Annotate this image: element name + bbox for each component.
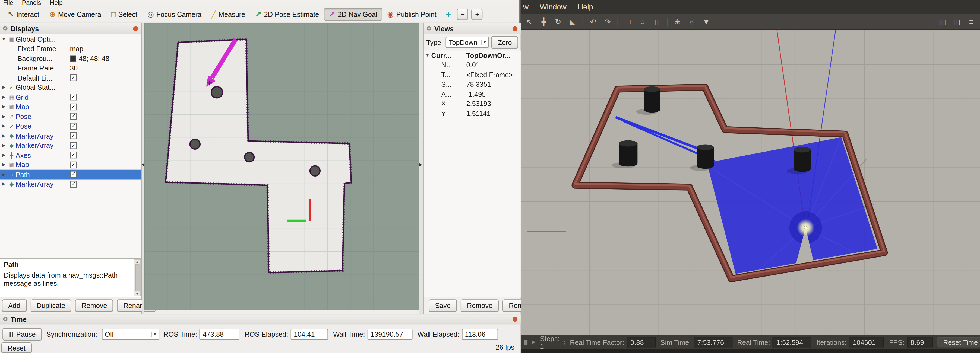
row-value[interactable]: 0.01 bbox=[466, 61, 480, 69]
displays-panel-header[interactable]: Displays bbox=[0, 23, 141, 34]
row-value[interactable]: 78.3351 bbox=[466, 81, 492, 88]
visibility-checkbox[interactable]: ✓ bbox=[70, 132, 77, 139]
expander-icon[interactable]: ▶ bbox=[0, 143, 8, 148]
display-row-pose-1[interactable]: ▶ ↗ Pose ✓ bbox=[0, 112, 141, 122]
plugins-icon[interactable]: ≡ bbox=[967, 16, 976, 27]
reset-time-button[interactable]: Reset Time bbox=[937, 337, 980, 347]
tool-2d-pose-estimate[interactable]: ↗ 2D Pose Estimate bbox=[250, 8, 324, 21]
expander-icon[interactable]: ▶ bbox=[0, 104, 8, 109]
visibility-checkbox[interactable]: ✓ bbox=[70, 94, 77, 101]
panel-close-icon[interactable] bbox=[512, 26, 517, 31]
row-value[interactable]: -1.495 bbox=[466, 90, 486, 98]
toolbar-separator[interactable] bbox=[617, 18, 618, 26]
sphere-icon[interactable]: ○ bbox=[638, 16, 647, 27]
wall-elapsed-field[interactable]: 113.06 bbox=[462, 328, 498, 339]
property-row-background-color[interactable]: Backgrou... ✓ 48; 48; 48 bbox=[0, 54, 141, 63]
display-row-global-status[interactable]: ▶ ✓ Global Stat... ✓ bbox=[0, 83, 141, 92]
views-row-target-frame[interactable]: T... <Fixed Frame> bbox=[424, 70, 521, 80]
expander-icon[interactable]: ▶ bbox=[0, 95, 8, 100]
expander-icon[interactable]: ▶ bbox=[0, 133, 8, 138]
remove-display-button[interactable]: Remove bbox=[75, 299, 113, 312]
view-type-combo[interactable]: TopDown ▾ bbox=[445, 37, 489, 48]
add-tool-icon[interactable]: + bbox=[443, 9, 454, 19]
tool-focus-camera[interactable]: ◎ Focus Camera bbox=[142, 8, 206, 21]
menu-help[interactable]: Help bbox=[578, 2, 593, 11]
views-row-y[interactable]: Y 1.51141 bbox=[424, 108, 521, 118]
spot-light-icon[interactable]: ▼ bbox=[702, 16, 710, 27]
rotate-mode-icon[interactable]: ↻ bbox=[554, 16, 563, 27]
display-row-path[interactable]: ▶ ≈ Path ✓ bbox=[0, 170, 141, 179]
expander-icon[interactable]: ▶ bbox=[0, 182, 8, 187]
menu-help[interactable]: Help bbox=[50, 0, 62, 6]
add-tool-button[interactable]: + bbox=[471, 9, 483, 20]
sync-combo[interactable]: Off ▾ bbox=[102, 328, 159, 339]
tool-interact[interactable]: ↖ Interact bbox=[2, 8, 44, 21]
scroll-up-icon[interactable]: ▲ bbox=[135, 260, 139, 264]
row-value[interactable]: TopDownOr... bbox=[466, 52, 511, 59]
undo-icon[interactable]: ↶ bbox=[589, 16, 598, 27]
row-value[interactable]: 48; 48; 48 bbox=[79, 55, 110, 62]
row-value[interactable]: map bbox=[70, 45, 83, 52]
views-row-x[interactable]: X 2.53193 bbox=[424, 99, 521, 109]
expander-icon[interactable]: ▶ bbox=[0, 153, 8, 158]
pause-icon[interactable] bbox=[525, 340, 528, 345]
property-row-frame-rate[interactable]: Frame Rate ✓ 30 bbox=[0, 63, 141, 73]
zero-button[interactable]: Zero bbox=[492, 36, 518, 49]
translate-mode-icon[interactable]: ╋ bbox=[539, 16, 548, 27]
menu-view-clipped[interactable]: w bbox=[523, 2, 528, 11]
display-row-marker-array-3[interactable]: ▶ ◆ MarkerArray ✓ bbox=[0, 179, 141, 189]
visibility-checkbox[interactable]: ✓ bbox=[70, 171, 77, 178]
display-row-grid[interactable]: ▶ ▦ Grid ✓ bbox=[0, 92, 141, 102]
views-row-angle[interactable]: A... -1.495 bbox=[424, 89, 521, 99]
pause-button[interactable]: Pause bbox=[2, 328, 42, 340]
property-row-default-light[interactable]: Default Li... ✓ bbox=[0, 73, 141, 83]
displays-splitter[interactable]: ◀ bbox=[142, 23, 145, 314]
scale-mode-icon[interactable]: ◣ bbox=[568, 16, 577, 27]
scroll-down-icon[interactable]: ▼ bbox=[135, 292, 139, 296]
display-row-axes[interactable]: ▶ ╋ Axes ✓ bbox=[0, 150, 141, 160]
display-row-global-options[interactable]: ▼ ▣ Global Opti... ✓ bbox=[0, 35, 141, 44]
views-panel-header[interactable]: Views bbox=[424, 23, 521, 34]
toolbar-separator[interactable] bbox=[582, 18, 583, 26]
visibility-checkbox[interactable]: ✓ bbox=[70, 152, 77, 158]
panel-close-icon[interactable] bbox=[512, 317, 517, 321]
scrollbar-thumb[interactable] bbox=[135, 264, 139, 291]
row-value[interactable]: 30 bbox=[70, 65, 78, 72]
panel-close-icon[interactable] bbox=[133, 26, 138, 31]
gazebo-viewport[interactable] bbox=[521, 30, 980, 335]
gazebo-3d-view[interactable] bbox=[521, 30, 980, 335]
point-light-icon[interactable]: ☼ bbox=[687, 16, 696, 27]
visibility-checkbox[interactable]: ✓ bbox=[70, 161, 77, 168]
display-row-marker-array-1[interactable]: ▶ ◆ MarkerArray ✓ bbox=[0, 131, 141, 141]
visibility-checkbox[interactable]: ✓ bbox=[70, 181, 77, 188]
color-swatch[interactable] bbox=[70, 55, 76, 62]
rviz-3d-view[interactable] bbox=[145, 23, 419, 310]
expander-icon[interactable]: ▶ bbox=[0, 162, 8, 167]
display-row-map-2[interactable]: ▶ ▨ Map ✓ bbox=[0, 160, 141, 170]
step-icon[interactable]: ▶ bbox=[532, 339, 536, 345]
remove-view-button[interactable]: Remove bbox=[461, 299, 499, 312]
tool-select[interactable]: □ Select bbox=[106, 8, 142, 21]
redo-icon[interactable]: ↷ bbox=[603, 16, 612, 27]
wall-time-field[interactable]: 139190.57 bbox=[368, 328, 413, 339]
rviz-viewport[interactable] bbox=[145, 23, 419, 310]
description-scrollbar[interactable]: ▲ ▼ bbox=[134, 260, 141, 296]
tool-publish-point[interactable]: ◉ Publish Point bbox=[382, 8, 441, 21]
ros-time-field[interactable]: 473.88 bbox=[199, 328, 239, 339]
visibility-checkbox[interactable]: ✓ bbox=[70, 123, 77, 130]
tool-move-camera[interactable]: ⊕ Move Camera bbox=[44, 8, 106, 21]
expander-icon[interactable]: ▶ bbox=[0, 172, 8, 177]
expander-icon[interactable]: ▶ bbox=[0, 85, 8, 90]
row-value[interactable]: 2.53193 bbox=[466, 100, 492, 108]
select-mode-icon[interactable]: ↖ bbox=[525, 16, 534, 27]
visibility-checkbox[interactable]: ✓ bbox=[70, 142, 77, 149]
expander-icon[interactable]: ▶ bbox=[0, 123, 8, 128]
steps-label[interactable]: Steps: 1 bbox=[540, 334, 560, 350]
menu-panels[interactable]: Panels bbox=[22, 0, 41, 6]
row-value[interactable]: <Fixed Frame> bbox=[466, 71, 513, 79]
toolbar-separator[interactable] bbox=[667, 18, 668, 26]
reset-button[interactable]: Reset bbox=[2, 342, 32, 353]
views-splitter[interactable]: ▶ bbox=[419, 23, 423, 314]
display-row-pose-2[interactable]: ▶ ↗ Pose ✓ bbox=[0, 121, 141, 131]
ros-elapsed-field[interactable]: 104.41 bbox=[291, 328, 328, 339]
